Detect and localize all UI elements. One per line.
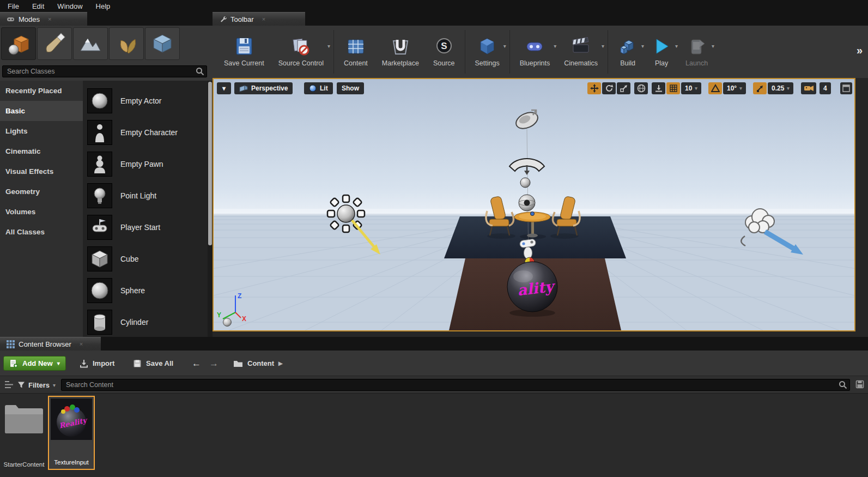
- cinematics-button[interactable]: ▾ Cinematics: [557, 26, 605, 78]
- scrollbar-thumb[interactable]: [208, 82, 212, 245]
- category-cinematic[interactable]: Cinematic: [0, 141, 83, 161]
- save-search-icon[interactable]: [855, 380, 864, 389]
- play-button[interactable]: ▾ Play: [645, 26, 678, 78]
- main-toolbar: Save Current ▾ Source Control Content: [213, 26, 868, 78]
- search-content-input[interactable]: [61, 379, 850, 391]
- content-browser-tabstrip: Content Browser ×: [0, 337, 868, 351]
- surface-snap-button[interactable]: [652, 82, 665, 94]
- category-basic[interactable]: Basic: [0, 101, 83, 121]
- mode-paint-button[interactable]: [37, 27, 72, 60]
- world-local-toggle[interactable]: [634, 82, 648, 94]
- maximize-viewport-button[interactable]: [840, 82, 852, 94]
- cinematics-icon: [571, 37, 591, 56]
- list-item-cube[interactable]: Cube: [83, 243, 213, 275]
- asset-texture-input[interactable]: Reality TextureInput: [48, 396, 95, 470]
- list-item-empty-character[interactable]: Empty Character: [83, 117, 213, 148]
- back-button[interactable]: ←: [192, 356, 201, 371]
- speaker-sphere-small[interactable]: [520, 178, 530, 188]
- forward-button[interactable]: →: [209, 356, 218, 371]
- category-geometry[interactable]: Geometry: [0, 182, 83, 202]
- foliage-mode-icon: [114, 32, 138, 56]
- list-item-empty-pawn[interactable]: Empty Pawn: [83, 148, 213, 180]
- grid-snap-value[interactable]: 10▾: [681, 82, 701, 94]
- settings-button[interactable]: ▾ Settings: [468, 26, 507, 78]
- save-all-button[interactable]: Save All: [133, 356, 173, 371]
- caret-down-icon: ▾: [712, 43, 714, 49]
- add-new-button[interactable]: Add New ▾: [3, 356, 66, 371]
- category-visual-effects[interactable]: Visual Effects: [0, 161, 83, 182]
- marketplace-button[interactable]: Marketplace: [375, 26, 426, 78]
- content-button[interactable]: Content: [337, 26, 375, 78]
- list-item-sphere[interactable]: Sphere: [83, 275, 213, 306]
- sources-panel-icon[interactable]: [4, 380, 14, 389]
- texture-thumbnail: Reality: [51, 398, 92, 440]
- caret-right-icon[interactable]: ▶: [278, 360, 283, 366]
- list-item-player-start[interactable]: Player Start: [83, 212, 213, 243]
- rotation-snap-value[interactable]: 10°▾: [723, 82, 746, 94]
- import-button[interactable]: Import: [80, 356, 114, 371]
- tab-toolbar[interactable]: Toolbar ×: [213, 12, 305, 26]
- list-item-empty-actor[interactable]: Empty Actor: [83, 85, 213, 117]
- camera-speed-value[interactable]: 4: [820, 82, 831, 94]
- view-mode-button[interactable]: Lit: [304, 82, 333, 94]
- grid-icon: [669, 84, 678, 93]
- lit-sphere-icon: [309, 84, 317, 92]
- category-lights[interactable]: Lights: [0, 121, 83, 141]
- build-button[interactable]: ▾ Build: [611, 26, 645, 78]
- tab-modes-label: Modes: [19, 15, 40, 23]
- show-menu-button[interactable]: Show: [337, 82, 364, 94]
- translate-tool-button[interactable]: [587, 82, 601, 94]
- grid-snap-toggle[interactable]: [666, 82, 680, 94]
- search-classes-input[interactable]: [2, 65, 207, 77]
- mode-geometry-button[interactable]: [145, 27, 180, 60]
- filters-button[interactable]: Filters ▾: [17, 379, 56, 391]
- menu-file[interactable]: File: [2, 1, 27, 11]
- tab-modes[interactable]: Modes ×: [0, 12, 87, 26]
- category-all-classes[interactable]: All Classes: [0, 222, 83, 242]
- mode-landscape-button[interactable]: [73, 27, 108, 60]
- scale-snap-icon: [756, 84, 764, 93]
- save-current-button[interactable]: Save Current: [217, 26, 271, 78]
- stray-sphere[interactable]: [223, 318, 232, 327]
- list-item-cylinder[interactable]: Cylinder: [83, 306, 213, 337]
- source-icon: S: [434, 37, 454, 56]
- source-control-button[interactable]: ▾ Source Control: [271, 26, 331, 78]
- level-viewport[interactable]: ality Z Y X ▾ Perspective Lit: [213, 78, 855, 331]
- caret-down-icon: ▾: [695, 86, 697, 91]
- asset-starter-content[interactable]: StarterContent: [2, 397, 46, 474]
- arrow-forward-icon: →: [209, 358, 218, 369]
- search-classes-box: [2, 65, 207, 77]
- placeables-list: Empty Actor Empty Character Empty Pawn P…: [83, 81, 213, 337]
- caret-down-icon: ▾: [787, 86, 790, 91]
- caret-down-icon: ▾: [53, 382, 56, 388]
- category-recently-placed[interactable]: Recently Placed: [0, 81, 83, 101]
- menu-help[interactable]: Help: [90, 1, 118, 11]
- scale-tool-button[interactable]: [617, 82, 630, 94]
- caret-down-icon: ▾: [554, 43, 556, 49]
- source-button[interactable]: S Source: [426, 26, 462, 78]
- category-volumes[interactable]: Volumes: [0, 202, 83, 222]
- launch-button[interactable]: ▾ Launch: [678, 26, 715, 78]
- caret-down-icon: ▾: [602, 43, 604, 49]
- viewport-options-button[interactable]: ▾: [217, 82, 231, 94]
- scale-snap-value[interactable]: 0.25▾: [768, 82, 793, 94]
- menu-window[interactable]: Window: [52, 1, 90, 11]
- tab-content-browser[interactable]: Content Browser ×: [0, 337, 101, 351]
- camera-mode-button[interactable]: Perspective: [234, 82, 293, 94]
- toolbar-separator: [509, 30, 510, 74]
- camera-speed-button[interactable]: [801, 82, 816, 94]
- blueprints-button[interactable]: ▾ Blueprints: [513, 26, 557, 78]
- list-item-point-light[interactable]: Point Light: [83, 180, 213, 212]
- rotation-snap-toggle[interactable]: [708, 82, 722, 94]
- svg-text:S: S: [441, 41, 447, 51]
- rotate-tool-button[interactable]: [602, 82, 616, 94]
- scale-snap-toggle[interactable]: [753, 82, 767, 94]
- toolbar-separator: [333, 30, 334, 74]
- speaker-sphere-large[interactable]: [519, 195, 535, 211]
- viewport-canvas[interactable]: ality Z Y X: [214, 79, 854, 330]
- mode-foliage-button[interactable]: [109, 27, 144, 60]
- mode-place-button[interactable]: [1, 27, 36, 60]
- menu-edit[interactable]: Edit: [27, 1, 52, 11]
- toolbar-overflow-icon[interactable]: »: [857, 44, 863, 57]
- path-breadcrumb[interactable]: Content ▶: [233, 356, 283, 371]
